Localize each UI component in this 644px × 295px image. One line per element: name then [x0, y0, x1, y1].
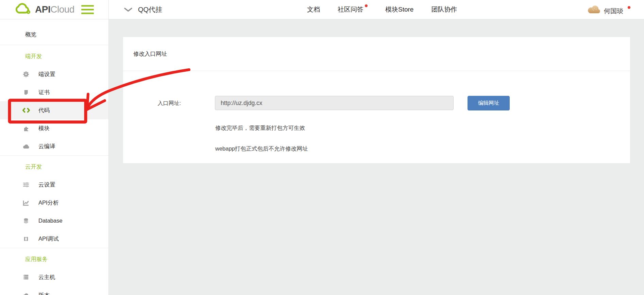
sidebar-item[interactable]: API分析	[0, 194, 108, 212]
sidebar-item[interactable]: 代码	[0, 101, 108, 119]
sidebar-item-label: Database	[38, 218, 63, 224]
sidebar-item-label: 云设置	[38, 181, 55, 189]
version-icon	[22, 292, 30, 295]
edit-entry-url-card: 修改入口网址 入口网址: 编辑网址 修改完毕后，需要重新打包方可生效 webap…	[123, 37, 630, 163]
main-content: 修改入口网址 入口网址: 编辑网址 修改完毕后，需要重新打包方可生效 webap…	[109, 19, 644, 295]
card-header: 修改入口网址	[123, 37, 630, 71]
sidebar-section: 云开发云设置API分析DatabaseAPI调试	[0, 155, 108, 248]
sidebar: 概览 端开发端设置证书代码模块云编译云开发云设置API分析DatabaseAPI…	[0, 19, 109, 295]
sidebar-item-label: 模块	[38, 125, 50, 132]
sidebar-section-label: 端开发	[0, 47, 108, 65]
entry-url-label: 入口网址:	[123, 96, 181, 110]
sidebar-section-label: 应用服务	[0, 250, 108, 268]
topbar-nav-item[interactable]: 文档	[307, 5, 320, 14]
user-name: 何国琰	[604, 5, 623, 16]
cloud-icon	[22, 143, 30, 150]
server-icon	[22, 274, 30, 281]
sidebar-item-label: 代码	[38, 107, 50, 114]
sidebar-item-label: 概览	[25, 31, 36, 38]
sidebar-item[interactable]: 端设置	[0, 65, 108, 83]
edit-url-button[interactable]: 编辑网址	[468, 96, 510, 110]
sidebar-item[interactable]: 版本	[0, 286, 108, 295]
debug-icon	[22, 236, 30, 242]
sidebar-item[interactable]: 云编译	[0, 137, 108, 155]
nav-label: 模块Store	[385, 5, 413, 14]
sidebar-item[interactable]: Database	[0, 212, 108, 230]
sliders-icon	[22, 181, 30, 188]
sidebar-item-label: 版本	[38, 292, 50, 295]
top-bar: APICloud QQ代挂 文档社区问答模块Store团队协作	[0, 0, 644, 19]
sidebar-item-label: 证书	[38, 89, 50, 96]
sidebar-item-label: 云编译	[38, 143, 55, 150]
avatar	[588, 5, 601, 16]
topbar-nav-item[interactable]: 团队协作	[431, 5, 457, 14]
nav-label: 文档	[307, 5, 320, 14]
certificate-icon	[22, 89, 30, 96]
sidebar-section-label: 云开发	[0, 158, 108, 176]
chevron-down-icon	[124, 6, 133, 14]
webapp-note: webapp打包正式包后不允许修改网址	[215, 145, 308, 153]
sidebar-item-label: API调试	[38, 235, 59, 243]
sidebar-section: 应用服务云主机版本	[0, 248, 108, 295]
repack-note: 修改完毕后，需要重新打包方可生效	[215, 124, 305, 132]
puzzle-icon	[22, 125, 30, 132]
sidebar-item[interactable]: 模块	[0, 119, 108, 137]
sidebar-item[interactable]: API调试	[0, 230, 108, 248]
sidebar-item[interactable]: 云设置	[0, 176, 108, 194]
topbar-nav-item[interactable]: 模块Store	[385, 5, 413, 14]
nav-label: 团队协作	[431, 5, 457, 14]
sidebar-item-label: 云主机	[38, 274, 55, 281]
sidebar-section: 端开发端设置证书代码模块云编译	[0, 45, 108, 155]
topbar-nav-item[interactable]: 社区问答	[338, 5, 368, 14]
notification-dot	[628, 6, 630, 9]
entry-url-input[interactable]	[215, 96, 454, 110]
card-title: 修改入口网址	[133, 50, 167, 58]
nav-label: 社区问答	[338, 5, 363, 14]
menu-icon[interactable]	[81, 5, 94, 14]
chart-icon	[22, 199, 30, 206]
database-icon	[22, 218, 30, 224]
sidebar-item[interactable]: 证书	[0, 83, 108, 101]
user-menu[interactable]: 何国琰	[588, 0, 630, 19]
notification-dot	[365, 4, 368, 7]
sidebar-item[interactable]: 云主机	[0, 268, 108, 286]
logo-area: APICloud	[0, 0, 109, 19]
sidebar-sections: 端开发端设置证书代码模块云编译云开发云设置API分析DatabaseAPI调试应…	[0, 45, 108, 295]
gear-icon	[22, 71, 30, 78]
brand-name: APICloud	[35, 4, 74, 15]
top-nav: 文档社区问答模块Store团队协作	[307, 0, 457, 19]
sidebar-item-label: API分析	[38, 199, 59, 207]
project-switcher[interactable]: QQ代挂	[124, 0, 162, 19]
code-icon	[22, 107, 30, 114]
sidebar-item-label: 端设置	[38, 71, 55, 78]
sidebar-item-overview[interactable]: 概览	[0, 19, 108, 45]
apicloud-logo-icon	[14, 3, 32, 16]
project-name: QQ代挂	[138, 5, 162, 14]
